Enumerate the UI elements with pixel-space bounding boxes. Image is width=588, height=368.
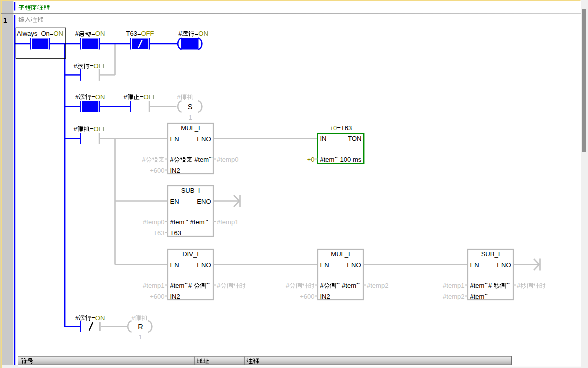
svg-text:#: # [217, 282, 221, 289]
svg-text:IN: IN [320, 135, 327, 142]
svg-text:#: # [286, 282, 290, 289]
svg-text:#temp0: #temp0 [143, 218, 164, 226]
svg-text:=: = [90, 125, 94, 133]
svg-text:#temp2: #temp2 [367, 282, 388, 289]
svg-text:IN2: IN2 [170, 293, 180, 300]
svg-text:#: # [178, 30, 182, 37]
svg-text:OFF: OFF [144, 93, 157, 101]
svg-text:#: # [74, 125, 78, 133]
svg-text:1: 1 [188, 114, 192, 121]
svg-text:T63=: T63= [126, 30, 142, 37]
svg-text:MUL_I: MUL_I [331, 250, 350, 258]
svg-text:#: # [517, 282, 521, 289]
svg-text:#: # [177, 93, 181, 101]
svg-text:#: # [188, 282, 192, 289]
svg-text:T63: T63 [154, 229, 164, 237]
svg-text:EN: EN [170, 198, 180, 205]
svg-text:#temp1: #temp1 [143, 282, 164, 289]
svg-text:1: 1 [4, 16, 8, 24]
svg-text:#: # [76, 314, 80, 322]
svg-text:=: = [140, 93, 144, 101]
svg-text:+600: +600 [150, 167, 164, 174]
svg-text:=: = [90, 62, 94, 70]
svg-text:+600: +600 [300, 293, 314, 300]
svg-text:#: # [132, 314, 136, 322]
svg-text:ENO: ENO [197, 198, 211, 205]
svg-text:#temp2: #temp2 [443, 293, 464, 300]
svg-text:IN2: IN2 [320, 293, 330, 300]
svg-text:MUL_I: MUL_I [181, 124, 200, 132]
svg-text:#temp1: #temp1 [217, 218, 238, 226]
svg-text:~: ~ [206, 280, 210, 287]
svg-text:ENO: ENO [347, 261, 361, 269]
svg-text:=: = [195, 30, 199, 37]
svg-text:ENO: ENO [197, 261, 211, 269]
svg-text:SUB_I: SUB_I [182, 187, 200, 194]
svg-text:IN2: IN2 [170, 167, 180, 174]
svg-text:ON: ON [198, 30, 208, 37]
svg-text:=: = [92, 314, 96, 322]
svg-text:#: # [76, 30, 80, 37]
svg-text:DIV_I: DIV_I [182, 250, 199, 258]
svg-text:+0: +0 [308, 156, 315, 163]
svg-text:#: # [488, 282, 492, 289]
svg-text:Always_On=: Always_On= [17, 30, 54, 37]
svg-text:ON: ON [96, 93, 106, 101]
svg-text:#: # [170, 156, 174, 163]
svg-text:~: ~ [506, 280, 510, 287]
svg-text:#: # [74, 62, 78, 70]
svg-text:ON: ON [96, 314, 106, 322]
svg-text:#: # [76, 93, 80, 101]
svg-text:#: # [124, 93, 128, 101]
svg-text:#temp0: #temp0 [217, 156, 238, 163]
svg-text:EN: EN [170, 261, 180, 269]
svg-text:=T63: =T63 [337, 124, 352, 132]
svg-text:#temp1: #temp1 [443, 282, 464, 289]
svg-text:OFF: OFF [94, 125, 107, 133]
svg-text:EN: EN [470, 261, 480, 269]
svg-text:#: # [142, 156, 146, 163]
svg-text:EN: EN [170, 135, 180, 143]
svg-text:TON: TON [348, 135, 362, 142]
svg-text:ENO: ENO [197, 135, 211, 143]
svg-text:OFF: OFF [94, 62, 107, 70]
svg-text:+0: +0 [330, 124, 338, 132]
svg-text:ENO: ENO [497, 261, 511, 269]
svg-text:SUB_I: SUB_I [482, 250, 500, 258]
svg-text:EN: EN [320, 261, 330, 269]
svg-text:#: # [320, 282, 324, 289]
svg-text:~: ~ [336, 280, 340, 287]
svg-text:#tem~ 100 ms: #tem~ 100 ms [320, 154, 362, 163]
svg-text:OFF: OFF [142, 30, 154, 37]
svg-text:=: = [92, 93, 96, 101]
svg-text:+600: +600 [150, 293, 164, 300]
svg-text:ON: ON [96, 30, 106, 37]
svg-text:T63: T63 [170, 229, 182, 237]
svg-text:R: R [138, 323, 143, 331]
svg-text:ON: ON [54, 30, 64, 37]
svg-text:S: S [188, 103, 193, 111]
svg-text:1: 1 [139, 333, 142, 341]
svg-text:=: = [92, 30, 96, 37]
